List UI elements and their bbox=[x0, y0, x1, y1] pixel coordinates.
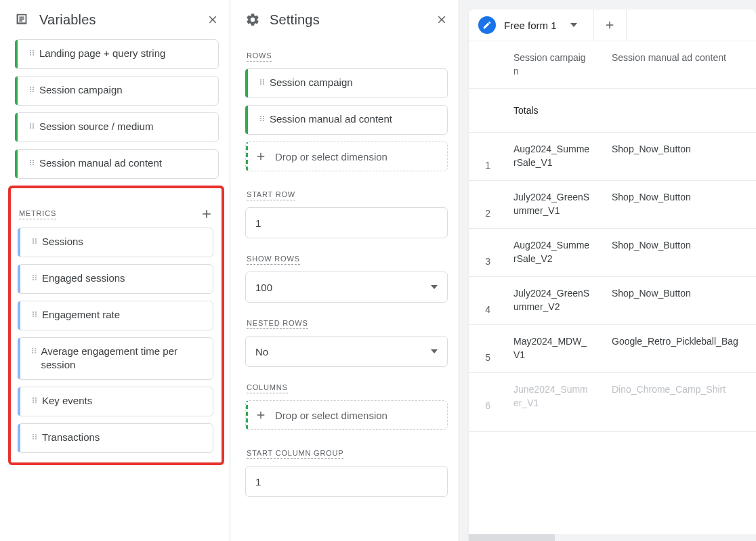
result-tabbar: Free form 1 bbox=[469, 9, 756, 41]
start-column-group-input[interactable] bbox=[245, 466, 448, 497]
start-row-input[interactable] bbox=[245, 207, 448, 238]
drag-handle-icon[interactable] bbox=[27, 394, 42, 404]
variables-panel-header: Variables bbox=[0, 0, 230, 39]
svg-point-71 bbox=[263, 120, 264, 121]
show-rows-label: SHOW ROWS bbox=[247, 255, 300, 265]
svg-point-39 bbox=[35, 311, 37, 313]
add-metric-button[interactable] bbox=[200, 207, 213, 221]
svg-point-13 bbox=[30, 125, 31, 127]
drag-handle-icon[interactable] bbox=[27, 431, 42, 441]
svg-point-38 bbox=[33, 316, 34, 317]
svg-point-37 bbox=[33, 313, 34, 315]
drag-handle-icon[interactable] bbox=[24, 120, 39, 130]
drag-handle-icon[interactable] bbox=[24, 47, 39, 57]
row-number: 4 bbox=[469, 276, 503, 324]
svg-point-34 bbox=[35, 277, 37, 278]
table-row[interactable]: 3Aug2024_SummerSale_V2Shop_Now_Button bbox=[469, 228, 756, 276]
metric-chip[interactable]: Transactions bbox=[18, 423, 213, 453]
svg-point-67 bbox=[260, 118, 261, 119]
show-rows-select[interactable]: 100 bbox=[245, 272, 448, 303]
drag-handle-icon[interactable] bbox=[27, 308, 42, 318]
svg-point-19 bbox=[30, 162, 31, 163]
svg-point-60 bbox=[260, 79, 261, 81]
table-row[interactable]: 1Aug2024_SummerSale_V1Shop_Now_Button bbox=[469, 132, 756, 180]
tab-free-form-1[interactable]: Free form 1 bbox=[469, 9, 594, 41]
svg-point-15 bbox=[33, 123, 34, 125]
svg-point-68 bbox=[260, 120, 261, 121]
svg-point-70 bbox=[263, 118, 264, 119]
dimension-chip[interactable]: Session campaign bbox=[15, 76, 219, 106]
metric-chip[interactable]: Engaged sessions bbox=[18, 264, 213, 294]
drag-handle-icon[interactable] bbox=[24, 83, 39, 93]
rows-dropzone[interactable]: Drop or select dimension bbox=[245, 142, 448, 171]
cell-content: Shop_Now_Button bbox=[601, 276, 756, 324]
svg-point-57 bbox=[35, 434, 37, 435]
gear-icon bbox=[245, 12, 260, 27]
start-row-input-el[interactable] bbox=[255, 217, 438, 229]
drag-handle-icon[interactable] bbox=[255, 112, 270, 123]
columns-dropzone[interactable]: Drop or select dimension bbox=[245, 400, 448, 430]
svg-point-45 bbox=[35, 348, 36, 349]
drag-handle-icon[interactable] bbox=[27, 272, 42, 282]
cell-campaign: July2024_GreenSummer_V2 bbox=[503, 276, 601, 324]
svg-point-66 bbox=[260, 116, 261, 117]
close-icon[interactable] bbox=[436, 14, 448, 26]
svg-point-17 bbox=[33, 127, 34, 129]
horizontal-scrollbar[interactable] bbox=[469, 534, 756, 541]
plus-icon bbox=[255, 150, 267, 163]
add-tab-button[interactable] bbox=[594, 9, 627, 41]
svg-point-0 bbox=[30, 50, 31, 51]
svg-point-27 bbox=[35, 238, 37, 240]
chip-label: Session source / medium bbox=[39, 120, 153, 133]
svg-point-48 bbox=[33, 397, 34, 399]
svg-point-61 bbox=[260, 81, 261, 83]
table-row[interactable]: 5May2024_MDW_V1Google_Retro_Pickleball_B… bbox=[469, 324, 756, 372]
drag-handle-icon[interactable] bbox=[27, 345, 41, 355]
row-number: 3 bbox=[469, 228, 503, 276]
drop-dimension-label: Drop or select dimension bbox=[275, 151, 387, 163]
column-header-content[interactable]: Session manual ad content bbox=[601, 41, 756, 88]
dimension-chip[interactable]: Session manual ad content bbox=[15, 149, 219, 179]
svg-point-16 bbox=[33, 125, 34, 127]
drag-handle-icon[interactable] bbox=[27, 235, 42, 245]
chip-label: Engagement rate bbox=[42, 308, 120, 322]
table-row[interactable]: 2July2024_GreenSummer_V1Shop_Now_Button bbox=[469, 180, 756, 228]
column-header-campaign[interactable]: Session campaign bbox=[503, 41, 601, 88]
svg-point-8 bbox=[30, 91, 31, 92]
metric-chip[interactable]: Average engagement time per session bbox=[18, 337, 213, 380]
dimension-chip[interactable]: Session source / medium bbox=[15, 112, 219, 142]
svg-point-29 bbox=[35, 242, 37, 244]
table-row[interactable]: 6June2024_Summer_V1Dino_Chrome_Camp_Shir… bbox=[469, 372, 756, 431]
chip-label: Average engagement time per session bbox=[41, 345, 205, 372]
tab-label: Free form 1 bbox=[504, 20, 557, 31]
columns-section-label: COLUMNS bbox=[247, 383, 288, 393]
svg-point-59 bbox=[35, 438, 37, 439]
variables-icon bbox=[15, 12, 30, 27]
drag-handle-icon[interactable] bbox=[24, 156, 39, 167]
start-column-group-input-el[interactable] bbox=[255, 476, 438, 488]
nested-rows-select[interactable]: No bbox=[245, 336, 448, 367]
svg-point-42 bbox=[32, 348, 33, 349]
nested-rows-value: No bbox=[255, 346, 268, 358]
chip-label: Key events bbox=[42, 394, 92, 408]
drag-handle-icon[interactable] bbox=[255, 76, 270, 86]
table-row[interactable]: 4July2024_GreenSummer_V2Shop_Now_Button bbox=[469, 276, 756, 324]
svg-point-10 bbox=[33, 89, 34, 90]
chip-label: Session campaign bbox=[39, 83, 123, 97]
results-table: Session campaign Session manual ad conte… bbox=[469, 41, 756, 432]
dimension-chip[interactable]: Session campaign bbox=[245, 68, 448, 98]
cell-campaign: July2024_GreenSummer_V1 bbox=[503, 180, 601, 228]
svg-point-23 bbox=[33, 164, 34, 165]
dimension-chip[interactable]: Landing page + query string bbox=[15, 39, 219, 69]
svg-point-35 bbox=[35, 279, 37, 280]
chip-label: Session manual ad content bbox=[39, 156, 162, 170]
svg-point-22 bbox=[33, 162, 34, 163]
close-icon[interactable] bbox=[207, 14, 219, 26]
dimension-chip[interactable]: Session manual ad content bbox=[245, 105, 448, 135]
metric-chip[interactable]: Sessions bbox=[18, 228, 213, 257]
metric-chip[interactable]: Key events bbox=[18, 387, 213, 416]
svg-point-4 bbox=[33, 52, 34, 53]
chevron-down-icon bbox=[431, 349, 438, 353]
metric-chip[interactable]: Engagement rate bbox=[18, 301, 213, 330]
chip-label: Landing page + query string bbox=[39, 47, 165, 60]
